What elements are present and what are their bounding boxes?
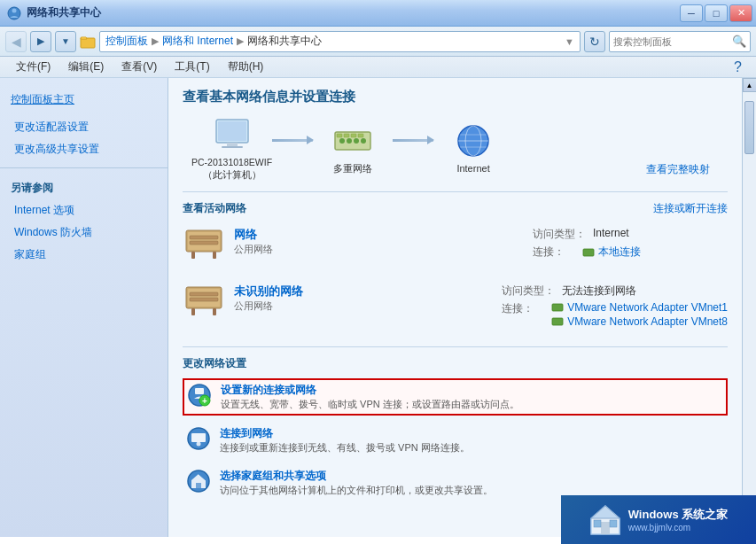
scroll-thumb[interactable]: [744, 101, 754, 154]
refresh-button[interactable]: ↻: [584, 31, 605, 52]
network-name-1[interactable]: 网络: [234, 227, 524, 243]
search-icon: 🔍: [732, 35, 746, 48]
svg-rect-26: [191, 252, 195, 259]
network-name-2[interactable]: 未识别的网络: [234, 284, 493, 299]
setup-connection-title[interactable]: 设置新的连接或网络: [221, 383, 519, 398]
net-node-internet: Internet: [433, 123, 513, 175]
network-info-2: 未识别的网络 公用网络: [234, 284, 493, 313]
menu-bar: 文件(F) 编辑(E) 查看(V) 工具(T) 帮助(H) ?: [0, 57, 756, 78]
connect-network-icon: [186, 426, 211, 451]
sidebar-firewall[interactable]: Windows 防火墙: [0, 221, 168, 244]
svg-point-1: [12, 8, 17, 12]
scrollbar[interactable]: ▲ ▼: [742, 78, 756, 537]
network-info-1: 网络 公用网络: [234, 227, 524, 256]
arrow-2: [393, 139, 433, 142]
svg-rect-6: [227, 143, 238, 146]
sidebar-adapter-settings[interactable]: 更改适配器设置: [0, 116, 168, 138]
watermark-text-block: Windows 系统之家 www.bjjmlv.com: [628, 507, 729, 532]
svg-rect-7: [222, 146, 243, 148]
title-bar-controls: ─ □ ✕: [680, 4, 752, 22]
connect-network-desc: 连接到或重新连接到无线、有线、拨号或 VPN 网络连接。: [220, 441, 470, 455]
svg-point-9: [339, 138, 345, 144]
access-type-label-2: 访问类型：: [502, 284, 555, 299]
arrow-1: [272, 139, 313, 142]
connection-values-2: VMware Network Adapter VMnet1 VMware Net…: [551, 301, 728, 328]
svg-rect-48: [601, 522, 610, 534]
globe-icon: [451, 123, 495, 159]
computer-icon: [210, 118, 254, 153]
network-details-2: 访问类型： 无法连接到网络 连接： VMware Network Adapter…: [502, 284, 728, 330]
search-bar: 🔍: [609, 31, 751, 52]
svg-rect-14: [344, 134, 349, 137]
network-icon-1: [183, 227, 225, 262]
settings-item-2[interactable]: 连接到网络 连接到或重新连接到无线、有线、拨号或 VPN 网络连接。: [183, 423, 728, 458]
homegroup-title[interactable]: 选择家庭组和共享选项: [220, 469, 493, 484]
breadcrumb-item-2[interactable]: 网络和 Internet: [162, 34, 233, 49]
connect-network-title[interactable]: 连接到网络: [220, 426, 470, 441]
net-node-computer: PC-20131018EWIF（此计算机）: [191, 118, 272, 181]
network-item-1: 网络 公用网络 访问类型： Internet 连接： 本地连接: [183, 221, 728, 268]
view-full-map-link[interactable]: 查看完整映射: [646, 162, 710, 177]
conn-icon-2b: [551, 315, 564, 328]
sidebar-main-title[interactable]: 控制面板主页: [0, 87, 168, 111]
sidebar-divider: [0, 167, 168, 168]
menu-edit[interactable]: 编辑(E): [59, 58, 113, 76]
access-type-value-1: Internet: [593, 227, 629, 239]
menu-view[interactable]: 查看(V): [113, 58, 166, 76]
back-button[interactable]: ◀: [5, 31, 27, 52]
network-icon-2: [183, 284, 225, 319]
menu-help[interactable]: 帮助(H): [219, 58, 273, 76]
connection-value-1[interactable]: 本地连接: [598, 245, 641, 260]
svg-rect-36: [552, 318, 563, 325]
divider-1: [183, 191, 728, 192]
breadcrumb-dropdown[interactable]: ▼: [565, 36, 574, 47]
connect-disconnect-link[interactable]: 连接或断开连接: [653, 201, 728, 216]
sidebar-advanced-sharing[interactable]: 更改高级共享设置: [0, 138, 168, 160]
search-input[interactable]: [613, 36, 729, 47]
access-type-row-2: 访问类型： 无法连接到网络: [502, 284, 728, 299]
active-networks-title: 查看活动网络: [183, 201, 246, 216]
svg-marker-47: [591, 506, 620, 518]
menu-tools[interactable]: 工具(T): [166, 58, 218, 76]
conn-icon-1: [582, 246, 595, 259]
connection-value-wrapper-1: 本地连接: [582, 245, 641, 260]
watermark-url: www.bjjmlv.com: [628, 523, 729, 532]
connection-value-2a[interactable]: VMware Network Adapter VMnet1: [567, 301, 728, 314]
svg-rect-38: [195, 388, 204, 394]
internet-label: Internet: [456, 162, 489, 175]
net-node-switch: 多重网络: [313, 123, 393, 175]
scroll-up-arrow[interactable]: ▲: [743, 78, 757, 92]
conn-icon-2a: [551, 301, 564, 314]
setup-connection-icon: +: [187, 383, 212, 408]
close-button[interactable]: ✕: [729, 4, 752, 22]
sidebar-internet-options[interactable]: Internet 选项: [0, 199, 168, 221]
svg-rect-31: [190, 292, 218, 296]
dropdown-button[interactable]: ▼: [55, 31, 76, 52]
sidebar-homegroup[interactable]: 家庭组: [0, 244, 168, 266]
svg-rect-35: [552, 304, 563, 311]
menu-file[interactable]: 文件(F): [7, 58, 59, 76]
connection-label-2: 连接：: [502, 301, 544, 316]
access-type-row-1: 访问类型： Internet: [533, 227, 728, 242]
forward-button[interactable]: ▶: [30, 31, 51, 52]
svg-rect-15: [351, 134, 356, 137]
svg-rect-49: [594, 520, 601, 527]
network-details-1: 访问类型： Internet 连接： 本地连接: [533, 227, 728, 262]
restore-button[interactable]: □: [705, 4, 728, 22]
network-type-1: 公用网络: [234, 243, 524, 256]
settings-item-1[interactable]: + 设置新的连接或网络 设置无线、宽带、拨号、临时或 VPN 连接；或设置路由器…: [183, 378, 728, 416]
svg-rect-50: [610, 520, 617, 527]
content-panel: 查看基本网络信息并设置连接 PC-20131018EWIF（此计算机）: [168, 78, 742, 537]
divider-2: [183, 346, 728, 347]
help-icon[interactable]: ?: [727, 59, 749, 75]
connection-value-2b[interactable]: VMware Network Adapter VMnet8: [567, 315, 728, 328]
svg-rect-16: [358, 134, 363, 137]
computer-label: PC-20131018EWIF（此计算机）: [191, 157, 272, 181]
svg-point-10: [347, 138, 352, 144]
setup-connection-text: 设置新的连接或网络 设置无线、宽带、拨号、临时或 VPN 连接；或设置路由器或访…: [221, 383, 519, 411]
connection-label-1: 连接：: [533, 245, 575, 260]
switch-label: 多重网络: [333, 162, 372, 175]
minimize-button[interactable]: ─: [680, 4, 703, 22]
svg-rect-5: [218, 121, 246, 141]
breadcrumb-item-1[interactable]: 控制面板: [105, 34, 148, 49]
